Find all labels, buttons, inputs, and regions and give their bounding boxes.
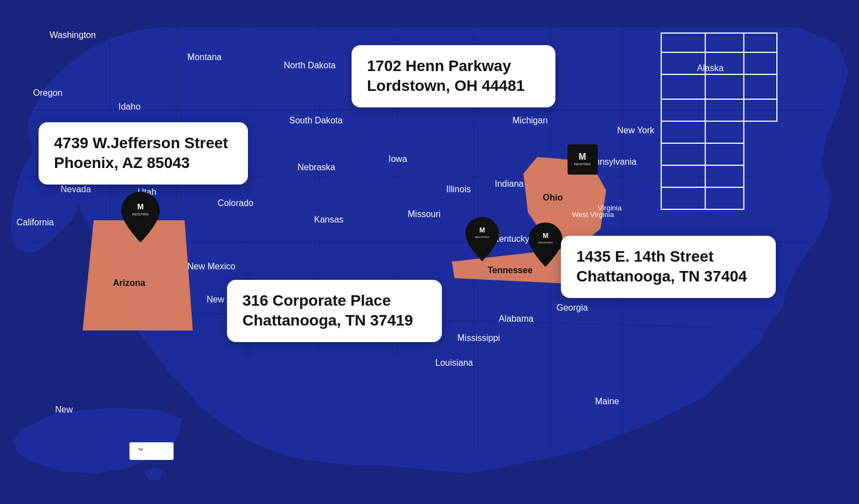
svg-text:INDUSTRIES: INDUSTRIES xyxy=(132,213,149,216)
svg-text:™: ™ xyxy=(138,447,143,453)
arizona-pin: M INDUSTRIES xyxy=(118,190,163,247)
ohio-logo: M INDUSTRIES xyxy=(568,144,598,177)
svg-text:M: M xyxy=(579,152,586,161)
svg-text:M: M xyxy=(543,232,548,240)
svg-text:INDUSTRIES: INDUSTRIES xyxy=(475,236,489,239)
svg-text:INDUSTRIES: INDUSTRIES xyxy=(574,162,591,166)
usa-map xyxy=(0,0,859,504)
kentucky-pin: M INDUSTRIES xyxy=(463,215,501,267)
svg-text:M: M xyxy=(137,202,144,211)
ohio-pin: M INDUSTRIES xyxy=(526,220,565,272)
svg-text:INDUSTRIES: INDUSTRIES xyxy=(538,241,553,244)
bottom-logo: ™ xyxy=(129,442,174,460)
svg-text:M: M xyxy=(479,226,485,234)
map-container: Washington Oregon Idaho Montana North Da… xyxy=(0,0,859,504)
